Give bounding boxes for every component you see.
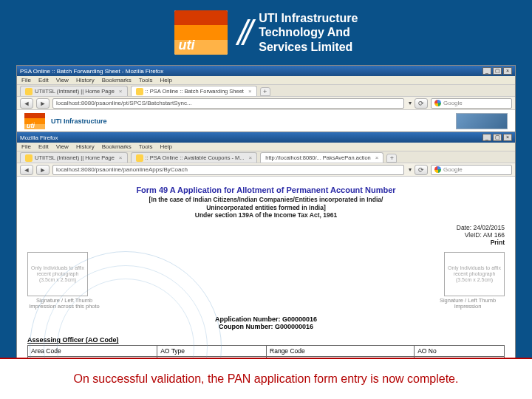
back-button[interactable]: ◄ [20,165,33,175]
tab-available-coupons[interactable]: :: PSA Online :: Available Coupons - M..… [131,152,258,163]
menu-bookmarks[interactable]: Bookmarks [102,143,132,150]
browser-window-2: Mozilla Firefox _ ▢ × File Edit View His… [16,132,516,375]
app-no-label: Application Number: [215,316,281,323]
tab-close-icon[interactable]: × [119,88,123,95]
addressbar-1: ◄ ► localhost:8080/psaonline/pt/SPCS/Bat… [17,97,515,110]
tab-close-icon[interactable]: × [248,88,252,95]
tab-intranet-1[interactable]: UTIITSL (Intranet) || Home Page× [20,86,128,96]
tab-intranet-2[interactable]: UTIITSL (Intranet) || Home Page× [20,152,128,163]
url-dropdown-icon[interactable]: ▾ [409,166,412,173]
maximize-icon[interactable]: ▢ [493,134,502,141]
forward-button[interactable]: ► [36,98,50,109]
maximize-icon[interactable]: ▢ [493,67,502,75]
application-numbers: Application Number: G00000016 Coupon Num… [27,316,505,330]
menubar-1: File Edit View History Bookmarks Tools H… [17,76,515,85]
menu-history[interactable]: History [76,143,95,150]
coupon-label: Coupon Number: [219,323,273,330]
app-no-value: G00000016 [282,316,317,323]
url-input-1[interactable]: localhost:8080/psaonline/pt/SPCS/Batchst… [52,98,404,109]
new-tab-button[interactable]: + [260,87,270,96]
menu-file[interactable]: File [21,143,31,150]
favicon-icon [136,154,143,162]
menu-bookmarks[interactable]: Bookmarks [102,77,132,83]
url-input-2[interactable]: localhost:8080/psaonline/panonlineApps/B… [52,165,404,175]
signature-note-left: Signature / Left Thumb Impression across… [27,298,101,310]
brand-header: uti // UTI Infrastructure Technology And… [0,0,532,65]
logo-slashes-icon: // [238,13,249,53]
slide-caption-bar: On successful validation, the PAN applic… [0,358,532,399]
menu-history[interactable]: History [76,77,95,83]
back-button[interactable]: ◄ [20,98,33,109]
table-row: Area Code AO Type Range Code AO No [28,346,505,357]
brand-line1: UTI Infrastructure [259,11,358,25]
tab-pan-action[interactable]: http://localhost:8080/... PaksAvePan.act… [260,152,383,163]
vleid-value: AM 166 [483,231,505,239]
minimize-icon[interactable]: _ [482,134,491,141]
photo-row: Only Individuals to affix recent photogr… [27,252,505,296]
tab-close-icon[interactable]: × [119,154,123,161]
menu-help[interactable]: Help [160,77,171,83]
new-tab-button[interactable]: + [386,154,397,163]
brand-line3: Services Limited [259,40,358,54]
close-icon[interactable]: × [503,67,512,75]
forward-button[interactable]: ► [36,165,50,175]
search-input-1[interactable]: Google [431,98,512,109]
date-value: 24/02/2015 [473,224,505,231]
ao-code-header: Assessing Officer (AO Code) [27,336,505,344]
url-dropdown-icon[interactable]: ▾ [409,100,412,106]
form-49a-page: Form 49 A Application for Allotment of P… [17,177,515,375]
close-icon[interactable]: × [503,134,512,141]
slide-caption: On successful validation, the PAN applic… [74,372,459,386]
minimize-icon[interactable]: _ [482,67,491,75]
col-ao-type: AO Type [157,346,267,357]
brand-name: UTI Infrastructure Technology And Servic… [259,11,358,54]
form-sub-line1: [In the case of Indian Citizens/Indian C… [27,196,505,204]
menu-edit[interactable]: Edit [38,77,49,83]
form-subtitle: [In the case of Indian Citizens/Indian C… [27,196,505,219]
browser-window-1: PSA Online :: Batch Forwarding Sheet - M… [16,65,516,133]
tab-label: UTIITSL (Intranet) || Home Page [35,88,115,95]
menu-tools[interactable]: Tools [139,77,153,83]
search-input-2[interactable]: Google [431,165,512,175]
tab-close-icon[interactable]: × [375,154,379,161]
form-title: Form 49 A Application for Allotment of P… [27,185,505,194]
google-icon [434,100,441,106]
tabstrip-1: UTIITSL (Intranet) || Home Page× :: PSA … [17,85,515,97]
col-ao-no: AO No [415,346,505,357]
window-title-2: Mozilla Firefox [20,134,58,141]
tabstrip-2: UTIITSL (Intranet) || Home Page× :: PSA … [17,151,515,163]
menu-help[interactable]: Help [160,143,171,150]
tab-batch-forwarding[interactable]: :: PSA Online :: Batch Forwarding Sheet× [131,86,257,96]
menu-edit[interactable]: Edit [38,143,49,150]
menu-tools[interactable]: Tools [139,143,153,150]
header-hero-image [456,113,508,129]
brand-line2: Technology And [259,25,358,39]
menubar-2: File Edit View History Bookmarks Tools H… [17,143,515,151]
window-title-1: PSA Online :: Batch Forwarding Sheet - M… [20,68,163,75]
form-sub-line3: Under section 139A of the Income Tax Act… [27,211,505,219]
tab-label: :: PSA Online :: Batch Forwarding Sheet [146,88,244,95]
tab-label: http://localhost:8080/... PaksAvePan.act… [265,154,370,161]
vleid-label: VleID: [465,231,482,239]
print-link[interactable]: Print [491,239,505,246]
uti-mini-logo [24,113,45,129]
form-meta: Date: 24/02/2015 VleID: AM 166 Print [27,224,505,246]
favicon-icon [25,88,33,95]
menu-view[interactable]: View [56,77,69,83]
col-area-code: Area Code [28,346,157,357]
favicon-icon [25,154,33,162]
logo-text: uti [179,38,195,53]
titlebar-2[interactable]: Mozilla Firefox _ ▢ × [17,132,515,143]
search-placeholder: Google [443,166,463,174]
titlebar-1[interactable]: PSA Online :: Batch Forwarding Sheet - M… [17,66,515,76]
reload-button[interactable]: ⟳ [415,98,428,109]
col-range-code: Range Code [267,346,415,357]
search-placeholder: Google [443,99,463,108]
menu-file[interactable]: File [21,77,31,83]
menu-view[interactable]: View [56,143,69,150]
tab-close-icon[interactable]: × [249,154,253,161]
photo-box-right: Only Individuals to affix recent photogr… [444,252,505,296]
tab-label: :: PSA Online :: Available Coupons - M..… [146,154,245,161]
form-sub-line2: Unincorporated entities formed in India] [27,204,505,212]
reload-button[interactable]: ⟳ [415,165,428,175]
